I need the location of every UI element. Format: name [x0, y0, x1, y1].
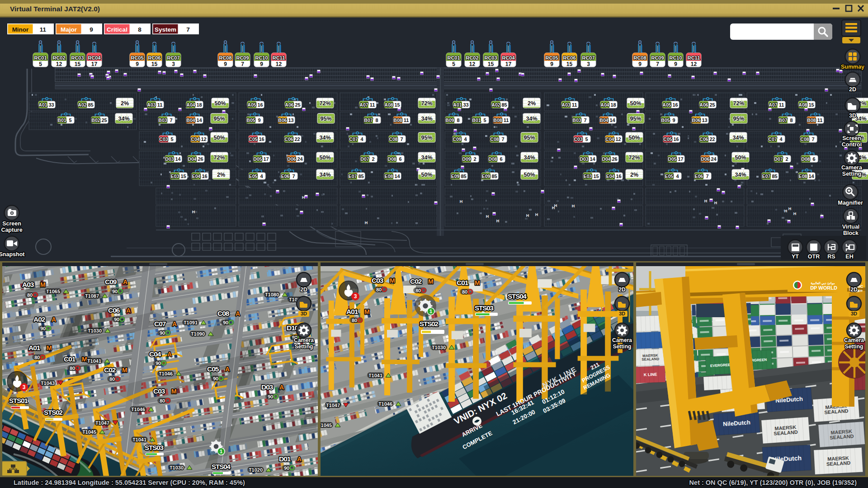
svg-text:M: M: [171, 388, 177, 395]
svg-text:72%: 72%: [628, 155, 640, 161]
svg-text:1: 1: [429, 309, 432, 314]
svg-text:T1041: T1041: [368, 373, 382, 378]
svg-text:2%: 2%: [528, 100, 536, 107]
svg-text:22: 22: [294, 136, 300, 142]
svg-text:50%: 50%: [735, 155, 746, 161]
svg-text:11: 11: [779, 102, 784, 108]
svg-text:13: 13: [702, 117, 707, 123]
svg-text:C06: C06: [108, 306, 120, 314]
svg-text:11: 11: [817, 117, 823, 123]
svg-text:Critical: Critical: [107, 26, 127, 33]
svg-text:T1041: T1041: [87, 358, 101, 364]
svg-text:50%: 50%: [421, 172, 432, 178]
svg-text:STS04: STS04: [508, 292, 527, 300]
svg-text:90: 90: [40, 326, 46, 331]
svg-text:34%: 34%: [319, 135, 330, 141]
svg-text:72%: 72%: [319, 100, 330, 107]
svg-text:A01: A01: [346, 308, 359, 315]
svg-text:12: 12: [615, 136, 621, 142]
svg-text:Control: Control: [842, 141, 862, 148]
svg-text:RC03: RC03: [71, 55, 84, 61]
svg-text:RC06: RC06: [563, 55, 576, 61]
svg-text:34%: 34%: [735, 172, 746, 178]
svg-text:22: 22: [709, 136, 715, 142]
svg-text:26: 26: [198, 156, 203, 162]
svg-text:STS03: STS03: [475, 304, 494, 312]
svg-text:D09: D09: [462, 156, 471, 162]
svg-text:11: 11: [504, 117, 509, 123]
svg-text:RC02: RC02: [52, 55, 65, 61]
svg-text:RC04: RC04: [502, 55, 515, 61]
svg-text:8: 8: [375, 117, 378, 123]
svg-text:3: 3: [23, 384, 26, 390]
svg-text:موانئ دبي العالمية: موانئ دبي العالمية: [811, 282, 835, 285]
svg-text:B08: B08: [393, 117, 402, 123]
svg-text:RC07: RC07: [167, 55, 179, 61]
svg-text:11: 11: [370, 102, 375, 108]
svg-text:15: 15: [151, 61, 158, 67]
svg-text:34%: 34%: [118, 116, 129, 122]
svg-text:Magnifier: Magnifier: [838, 200, 863, 206]
svg-text:12: 12: [201, 136, 206, 142]
svg-text:9: 9: [136, 61, 139, 67]
svg-text:Major: Major: [61, 26, 77, 33]
svg-text:3D: 3D: [851, 311, 857, 316]
svg-text:3D: 3D: [301, 311, 307, 316]
svg-text:90: 90: [213, 376, 218, 381]
svg-text:3: 3: [172, 61, 175, 67]
svg-text:C08: C08: [389, 136, 397, 142]
svg-text:13: 13: [288, 117, 293, 123]
svg-text:B01: B01: [472, 117, 481, 123]
svg-text:D04: D04: [188, 156, 196, 162]
svg-text:T1041: T1041: [132, 437, 146, 442]
svg-text:RC09: RC09: [236, 55, 249, 61]
svg-text:E07: E07: [349, 174, 357, 179]
svg-text:A02: A02: [78, 102, 86, 108]
svg-text:A01: A01: [453, 102, 462, 108]
svg-text:7: 7: [400, 136, 403, 142]
svg-text:D01: D01: [279, 455, 291, 463]
svg-text:50%: 50%: [524, 172, 535, 178]
svg-text:D07: D07: [774, 156, 783, 162]
svg-text:H: H: [365, 221, 368, 225]
svg-text:Block: Block: [843, 230, 859, 236]
svg-text:5: 5: [39, 61, 42, 67]
svg-text:RC08: RC08: [633, 55, 646, 61]
svg-text:M: M: [390, 277, 395, 284]
svg-text:M: M: [475, 279, 480, 286]
svg-text:80: 80: [160, 398, 165, 404]
svg-text:80: 80: [70, 366, 75, 371]
svg-text:7: 7: [170, 117, 172, 123]
svg-text:18: 18: [610, 102, 616, 108]
svg-text:5: 5: [69, 117, 71, 123]
svg-text:E05: E05: [249, 174, 258, 179]
svg-text:D06: D06: [287, 156, 296, 162]
svg-text:95%: 95%: [524, 135, 535, 141]
svg-text:15: 15: [75, 61, 81, 67]
svg-text:A03: A03: [22, 281, 34, 288]
svg-text:34%: 34%: [732, 135, 744, 141]
svg-text:D03: D03: [165, 156, 174, 162]
svg-text:C01: C01: [457, 279, 469, 286]
svg-text:D07: D07: [360, 156, 369, 162]
svg-text:H: H: [302, 195, 305, 200]
svg-text:A: A: [279, 384, 284, 391]
svg-text:80: 80: [376, 287, 382, 292]
svg-text:E03: E03: [171, 174, 179, 179]
svg-text:A01: A01: [28, 344, 41, 352]
svg-text:RC01: RC01: [34, 55, 47, 61]
svg-text:85: 85: [88, 102, 93, 108]
svg-text:15: 15: [488, 61, 494, 67]
svg-text:T1030: T1030: [88, 328, 102, 333]
svg-text:14: 14: [175, 156, 181, 162]
svg-text:B08: B08: [493, 117, 502, 123]
svg-text:50%: 50%: [628, 135, 640, 141]
svg-text:B09: B09: [445, 117, 454, 123]
svg-text:SEALAND: SEALAND: [642, 357, 659, 361]
svg-text:95%: 95%: [213, 116, 225, 122]
svg-text:Virtual Terminal JAT2(V2.0): Virtual Terminal JAT2(V2.0): [10, 5, 100, 13]
svg-text:E08: E08: [799, 174, 807, 179]
svg-text:OTR: OTR: [808, 253, 820, 260]
svg-text:80: 80: [415, 288, 421, 293]
svg-text:E06: E06: [695, 174, 703, 179]
